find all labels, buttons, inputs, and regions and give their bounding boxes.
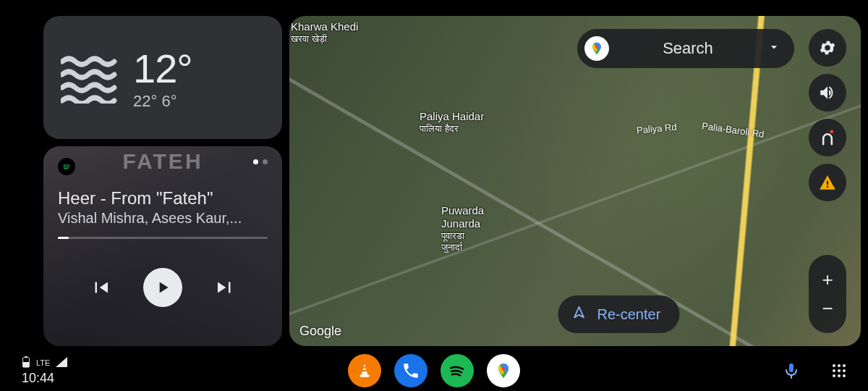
search-label: Search <box>624 39 752 58</box>
vlc-cone-icon <box>355 361 374 380</box>
alternate-route-icon <box>817 127 838 148</box>
speaker-icon <box>818 83 837 102</box>
map-road-label: Paliya Rd <box>636 122 677 136</box>
weather-card[interactable]: 12° 22° 6° <box>43 16 282 139</box>
voice-assistant-button[interactable] <box>777 356 806 385</box>
svg-point-14 <box>833 364 835 367</box>
svg-rect-12 <box>789 363 793 372</box>
signal-icon <box>56 357 67 369</box>
navigation-arrow-icon <box>571 305 587 324</box>
play-button[interactable] <box>143 268 182 307</box>
map-settings-button[interactable] <box>809 29 846 67</box>
svg-point-19 <box>843 369 846 372</box>
album-art-banner: FATEH <box>43 149 282 174</box>
google-maps-pin-icon <box>584 36 609 61</box>
recenter-button[interactable]: Re-center <box>558 295 680 333</box>
map-place-label: Puwarda Junarda पूवारडा जुनार्दा <box>441 204 484 253</box>
svg-rect-9 <box>362 367 367 369</box>
system-bar: LTE 10:44 <box>0 350 868 391</box>
phone-icon <box>401 361 420 380</box>
warning-icon <box>818 173 837 192</box>
track-title: Heer - From "Fateh" <box>58 188 268 209</box>
dock-app-phone[interactable] <box>394 354 427 387</box>
current-temp: 12° <box>133 49 192 89</box>
fog-icon <box>61 54 117 104</box>
svg-point-2 <box>830 130 834 134</box>
map-route-button[interactable] <box>809 119 846 156</box>
status-area: LTE 10:44 <box>22 356 67 386</box>
svg-point-15 <box>838 364 841 367</box>
svg-rect-10 <box>362 370 367 371</box>
map-zoom-control: + − <box>809 255 846 333</box>
map-road-label: Palia-Baroli Rd <box>701 120 765 140</box>
svg-point-17 <box>833 369 835 372</box>
spotify-icon <box>58 158 75 175</box>
svg-point-21 <box>838 374 841 377</box>
media-card[interactable]: FATEH Heer - From "Fateh" Vishal Mishra,… <box>43 146 282 346</box>
weather-temps: 12° 22° 6° <box>133 49 192 109</box>
svg-rect-3 <box>827 181 828 185</box>
previous-track-button[interactable] <box>90 277 111 298</box>
svg-rect-4 <box>827 186 828 188</box>
map-place-label: Kharwa Khediखरवा खेड़ी <box>291 20 358 45</box>
dock-app-spotify[interactable] <box>441 354 474 387</box>
map-report-button[interactable] <box>809 164 846 201</box>
chevron-down-icon <box>767 40 781 57</box>
zoom-in-button[interactable]: + <box>809 265 846 294</box>
clock: 10:44 <box>22 371 67 386</box>
dock-app-vlc[interactable] <box>348 354 381 387</box>
svg-point-20 <box>833 374 835 377</box>
battery-icon <box>22 356 30 369</box>
svg-rect-8 <box>360 374 370 377</box>
map-view[interactable]: Kharwa Khediखरवा खेड़ी Paliya Haidarपालि… <box>289 16 861 346</box>
svg-point-1 <box>595 45 598 48</box>
svg-point-11 <box>502 367 506 371</box>
recenter-label: Re-center <box>597 306 661 323</box>
app-launcher-button[interactable] <box>825 356 854 385</box>
map-sound-button[interactable] <box>809 74 846 112</box>
spotify-icon <box>446 360 468 382</box>
app-dock <box>348 354 520 387</box>
grid-icon <box>830 362 848 379</box>
track-artist: Vishal Mishra, Asees Kaur,... <box>58 210 268 227</box>
svg-point-22 <box>843 374 846 377</box>
temp-range: 22° 6° <box>133 93 192 109</box>
zoom-out-button[interactable]: − <box>809 294 846 323</box>
media-page-indicator <box>253 159 268 164</box>
svg-point-18 <box>838 369 841 372</box>
microphone-icon <box>783 362 800 379</box>
google-maps-icon <box>495 362 512 379</box>
svg-point-16 <box>843 364 846 367</box>
next-track-button[interactable] <box>214 277 236 298</box>
map-attribution: Google <box>299 324 341 339</box>
gear-icon <box>818 38 837 57</box>
svg-rect-6 <box>25 356 27 358</box>
map-place-label: Paliya Haidarपालिया हैदर <box>420 110 484 135</box>
map-search-button[interactable]: Search <box>577 29 794 68</box>
network-type: LTE <box>36 358 50 367</box>
dock-app-maps[interactable] <box>487 354 520 387</box>
svg-rect-7 <box>23 362 30 367</box>
